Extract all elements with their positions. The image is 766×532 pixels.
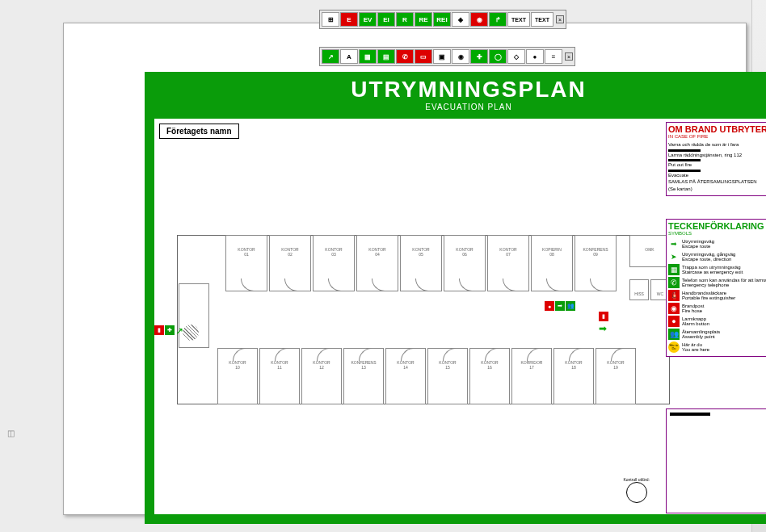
legend-row: ▦Trappa som utrymningsvägStaircase as em… xyxy=(668,264,766,275)
toolbar-button[interactable]: REI xyxy=(433,12,451,27)
room-label: KONTOR18 xyxy=(565,360,582,370)
legend-icon: 👥 xyxy=(668,329,680,340)
room: HISS xyxy=(629,279,649,300)
toolbar-button[interactable]: ▭ xyxy=(415,49,432,64)
plan-header: UTRYMNINGSPLAN EVACUATION PLAN xyxy=(145,72,766,119)
legend-text: BrandpostFire hose xyxy=(682,304,704,314)
room-label: KONTOR12 xyxy=(313,360,330,370)
legend-text: ÅtersamlingsplatsAssembly point xyxy=(682,329,720,340)
toolbar-symbols[interactable]: ↗A▦▤✆▭▣◉✚◯◇●≡ × xyxy=(319,47,575,66)
legend-row: ●LarmknappAlarm button xyxy=(668,316,766,327)
toolbar-button[interactable]: ▦ xyxy=(359,49,377,64)
toolbar-button[interactable]: ✆ xyxy=(396,49,414,64)
signature-box xyxy=(666,408,766,513)
fire-extinguisher-icon: ▮ xyxy=(154,325,164,335)
toolbar-fire-classes[interactable]: ⊞EEVEIRREREI◈◉↱TEXTTEXT × xyxy=(319,10,566,29)
room-label: KONTOR15 xyxy=(439,360,456,370)
room-label: KONTOR05 xyxy=(412,247,429,257)
toolbar-button[interactable]: TEXT xyxy=(507,12,530,27)
legend-text: Utrymningsväg, gångvägEscape route, dire… xyxy=(682,252,735,262)
toolbar-button[interactable]: ▣ xyxy=(433,49,451,64)
stamp-circle-icon xyxy=(626,482,647,503)
stairwell xyxy=(179,283,209,348)
toolbar-button[interactable]: EV xyxy=(359,12,377,27)
room-label: KONTOR14 xyxy=(397,360,414,370)
legend-text: Här är duYou are here xyxy=(682,342,709,353)
toolbar-close-icon[interactable]: × xyxy=(556,15,564,23)
legend-title: TECKENFÖRKLARING xyxy=(668,221,766,231)
room: KONTOR03 xyxy=(313,235,355,291)
info-line xyxy=(668,159,701,161)
toolbar-button[interactable]: RE xyxy=(415,12,432,27)
legend-row: Här är DuHär är duYou are here xyxy=(668,341,766,353)
toolbar-button[interactable]: ✚ xyxy=(470,49,488,64)
floor-plan[interactable]: KONTOR01KONTOR02KONTOR03KONTOR04KONTOR05… xyxy=(177,235,670,404)
info-panel: OM BRAND UTBRYTER IN CASE OF FIRE Varna … xyxy=(666,122,766,196)
toolbar-button[interactable]: E xyxy=(340,12,358,27)
room-label: KONFERENS13 xyxy=(351,360,376,370)
canvas-page[interactable]: UTRYMNINGSPLAN EVACUATION PLAN Företaget… xyxy=(63,23,747,515)
room: KONFERENS13 xyxy=(343,348,384,404)
room-label: KONFERENS09 xyxy=(583,247,608,257)
toolbar-button[interactable]: ◇ xyxy=(507,49,525,64)
info-subtitle: IN CASE OF FIRE xyxy=(668,134,766,139)
info-line: Put out fire xyxy=(668,162,766,168)
control-stamp: Kontroll utförd: xyxy=(623,477,650,503)
room-label: KORRIDOR17 xyxy=(521,360,543,370)
toolbar-button[interactable]: ◈ xyxy=(452,12,469,27)
room-label: KONTOR02 xyxy=(281,247,298,257)
info-line xyxy=(668,170,701,172)
legend-text: Trappa som utrymningsvägStaircase as eme… xyxy=(682,265,743,275)
info-line: Evacuate xyxy=(668,173,766,178)
info-line: Larma räddningstjänsten, ring 112 xyxy=(668,153,766,158)
room: KONTOR04 xyxy=(356,235,398,291)
room: KONTOR07 xyxy=(487,235,529,291)
exit-arrow-icon: ➡ xyxy=(599,323,607,334)
info-line xyxy=(668,149,701,152)
legend-icon: ✆ xyxy=(668,277,680,288)
room: KONTOR02 xyxy=(269,235,311,291)
room: KONTOR01 xyxy=(225,235,267,291)
room: KONTOR11 xyxy=(259,348,300,404)
legend-icon: ▦ xyxy=(668,264,680,275)
toolbar-button[interactable]: ◉ xyxy=(470,12,488,27)
toolbar-button[interactable]: ▤ xyxy=(377,49,395,64)
room: KONTOR15 xyxy=(427,348,468,404)
room-label: KONTOR03 xyxy=(325,247,342,257)
legend-row: 👥ÅtersamlingsplatsAssembly point xyxy=(668,329,766,340)
toolbar-button[interactable]: ≡ xyxy=(545,49,562,64)
legend-row: ✆Telefon som kan användas för att larmaE… xyxy=(668,277,766,288)
company-name-label[interactable]: Företagets namn xyxy=(159,124,239,139)
ruler-origin-icon xyxy=(7,429,15,438)
toolbar-button[interactable]: ⊞ xyxy=(322,12,339,27)
toolbar-button[interactable]: ◉ xyxy=(452,49,469,64)
legend-icon: ● xyxy=(668,316,680,327)
legend-text: HandbrandssläckarePortable fire extingui… xyxy=(682,291,735,301)
toolbar-button[interactable]: EI xyxy=(377,12,395,27)
toolbar-button[interactable]: R xyxy=(396,12,414,27)
toolbar-button[interactable]: ◯ xyxy=(489,49,507,64)
control-label: Kontroll utförd: xyxy=(623,477,650,482)
room-label: KONTOR19 xyxy=(607,360,624,370)
room-label: KONTOR06 xyxy=(456,247,473,257)
exit-cluster-left: ▮ ✚ ↗ xyxy=(154,325,183,337)
toolbar-button[interactable]: ● xyxy=(526,49,544,64)
toolbar-close-icon[interactable]: × xyxy=(565,52,573,61)
toolbar-button[interactable]: A xyxy=(340,49,358,64)
legend-row: ➤Utrymningsväg, gångvägEscape route, dir… xyxy=(668,251,766,262)
legend-row: 🧯HandbrandssläckarePortable fire extingu… xyxy=(668,290,766,301)
room: KONTOR10 xyxy=(217,348,258,404)
plan-subtitle: EVACUATION PLAN xyxy=(145,103,766,111)
exit-cluster-right: ▮ ➡ xyxy=(599,312,608,321)
room-label: WC xyxy=(657,291,663,296)
info-line: Varna och rädda de som är i fara xyxy=(668,142,766,148)
toolbar-button[interactable]: ↱ xyxy=(489,12,507,27)
toolbar-button[interactable]: TEXT xyxy=(531,12,553,27)
room-label: KONTOR11 xyxy=(271,360,288,370)
toolbar-button[interactable]: ↗ xyxy=(322,49,339,64)
room: KONTOR12 xyxy=(301,348,342,404)
legend-icon: ◉ xyxy=(668,303,680,314)
legend-icon: ➡ xyxy=(668,238,680,249)
room-label: HISS xyxy=(634,291,644,296)
legend-row: ➡UtrymningsvägEscape route xyxy=(668,238,766,249)
